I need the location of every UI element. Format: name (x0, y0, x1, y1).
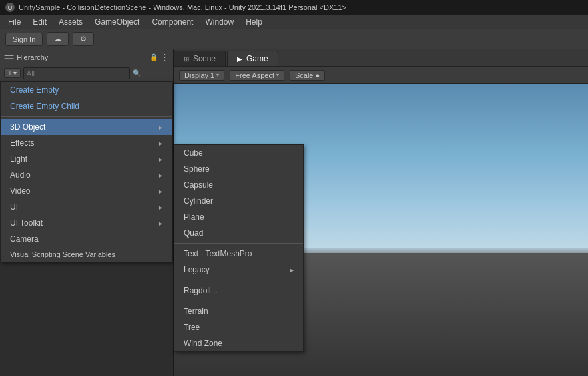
menu-cube[interactable]: Cube (174, 145, 303, 161)
menu-audio[interactable]: Audio ▸ (1, 167, 172, 183)
svg-text:U: U (8, 5, 13, 11)
menu-ui-toolkit[interactable]: UI Toolkit ▸ (1, 215, 172, 231)
hierarchy-title: Hierarchy (17, 53, 48, 61)
aspect-selector[interactable]: Free Aspect ▾ (230, 70, 284, 81)
title-bar: U UnitySample - CollisionDetectionScene … (0, 0, 588, 15)
menu-ragdoll[interactable]: Ragdoll... (174, 283, 303, 299)
toolbar: Sign In ☁ ⚙ (0, 29, 588, 49)
menu-terrain[interactable]: Terrain (174, 303, 303, 319)
scale-control[interactable]: Scale ● (290, 70, 325, 81)
arrow-effects: ▸ (159, 140, 162, 147)
menu-file[interactable]: File (3, 16, 26, 28)
menu-text-tmp[interactable]: Text - TextMeshPro (174, 246, 303, 262)
display-label: Display 1 (184, 71, 214, 79)
add-chevron: ▾ (13, 69, 17, 77)
hierarchy-header-controls: 🔒 ⋮ (150, 52, 169, 62)
arrow-audio: ▸ (159, 172, 162, 179)
menu-sphere[interactable]: Sphere (174, 161, 303, 177)
menu-effects[interactable]: Effects ▸ (1, 135, 172, 151)
separator-2 (174, 243, 303, 244)
menu-plane[interactable]: Plane (174, 209, 303, 225)
menu-create-empty-child[interactable]: Create Empty Child (1, 98, 172, 114)
menu-cylinder[interactable]: Cylinder (174, 193, 303, 209)
menu-window[interactable]: Window (200, 16, 239, 28)
menu-assets[interactable]: Assets (53, 16, 88, 28)
tab-game[interactable]: ▶ Game (227, 51, 278, 66)
hierarchy-search[interactable] (23, 67, 130, 79)
hierarchy-title-area: ≡ Hierarchy (4, 52, 48, 62)
separator-1 (1, 116, 172, 117)
aspect-label: Free Aspect (235, 71, 274, 79)
menu-camera[interactable]: Camera (1, 231, 172, 247)
sign-in-button[interactable]: Sign In (5, 33, 43, 46)
collab-icon: ⚙ (80, 35, 87, 43)
arrow-ui: ▸ (159, 204, 162, 211)
add-button[interactable]: + ▾ (4, 68, 21, 78)
view-toolbar: Display 1 ▾ Free Aspect ▾ Scale ● (174, 67, 588, 84)
display-selector[interactable]: Display 1 ▾ (179, 70, 224, 81)
scale-slider-icon: ● (315, 71, 320, 79)
hierarchy-header: ≡ Hierarchy 🔒 ⋮ (0, 49, 173, 65)
menu-ui[interactable]: UI ▸ (1, 199, 172, 215)
menu-bar: File Edit Assets GameObject Component Wi… (0, 15, 588, 29)
menu-video[interactable]: Video ▸ (1, 183, 172, 199)
menu-capsule[interactable]: Capsule (174, 177, 303, 193)
arrow-light: ▸ (159, 156, 162, 163)
arrow-ui-toolkit: ▸ (159, 220, 162, 227)
menu-tree[interactable]: Tree (174, 319, 303, 335)
unity-logo: U (5, 3, 15, 12)
arrow-video: ▸ (159, 188, 162, 195)
context-menu-3d-object: Cube Sphere Capsule Cylinder Plane Quad … (174, 144, 304, 352)
menu-3d-object[interactable]: 3D Object ▸ (1, 119, 172, 135)
scene-tab-icon: ⊞ (184, 55, 189, 63)
menu-quad[interactable]: Quad (174, 225, 303, 241)
menu-edit[interactable]: Edit (27, 16, 52, 28)
menu-light[interactable]: Light ▸ (1, 151, 172, 167)
tab-scene[interactable]: ⊞ Scene (174, 51, 226, 66)
tabs-bar: ⊞ Scene ▶ Game (174, 49, 588, 67)
display-chevron: ▾ (216, 72, 219, 78)
game-tab-label: Game (246, 54, 268, 63)
menu-create-empty[interactable]: Create Empty (1, 82, 172, 98)
menu-wind-zone[interactable]: Wind Zone (174, 335, 303, 351)
game-tab-icon: ▶ (237, 55, 242, 63)
separator-4 (174, 301, 303, 301)
hamburger-icon: ≡ (4, 52, 14, 62)
menu-gameobject[interactable]: GameObject (89, 16, 145, 28)
plus-icon: + (8, 69, 12, 77)
context-menu-gameobject: Create Empty Create Empty Child 3D Objec… (0, 81, 172, 262)
menu-vs-scene-vars[interactable]: Visual Scripting Scene Variables (1, 247, 172, 262)
cloud-button[interactable]: ☁ (47, 32, 69, 46)
hierarchy-toolbar: + ▾ 🔍 (0, 65, 173, 81)
menu-legacy[interactable]: Legacy ▸ (174, 262, 303, 278)
search-icon: 🔍 (133, 69, 141, 77)
menu-component[interactable]: Component (146, 16, 198, 28)
title-text: UnitySample - CollisionDetectionScene - … (19, 3, 346, 11)
arrow-3d-object: ▸ (159, 124, 162, 131)
lock-icon[interactable]: 🔒 (150, 53, 158, 61)
cloud-icon: ☁ (54, 35, 61, 43)
hierarchy-panel: ≡ Hierarchy 🔒 ⋮ + ▾ 🔍 Create Empty Creat… (0, 49, 174, 376)
aspect-chevron: ▾ (276, 72, 279, 78)
scene-tab-label: Scene (193, 54, 216, 63)
scale-label: Scale (295, 71, 314, 79)
collab-button[interactable]: ⚙ (73, 32, 94, 46)
separator-3 (174, 280, 303, 280)
arrow-legacy: ▸ (290, 266, 294, 274)
menu-help[interactable]: Help (240, 16, 268, 28)
more-options-icon[interactable]: ⋮ (160, 52, 169, 62)
